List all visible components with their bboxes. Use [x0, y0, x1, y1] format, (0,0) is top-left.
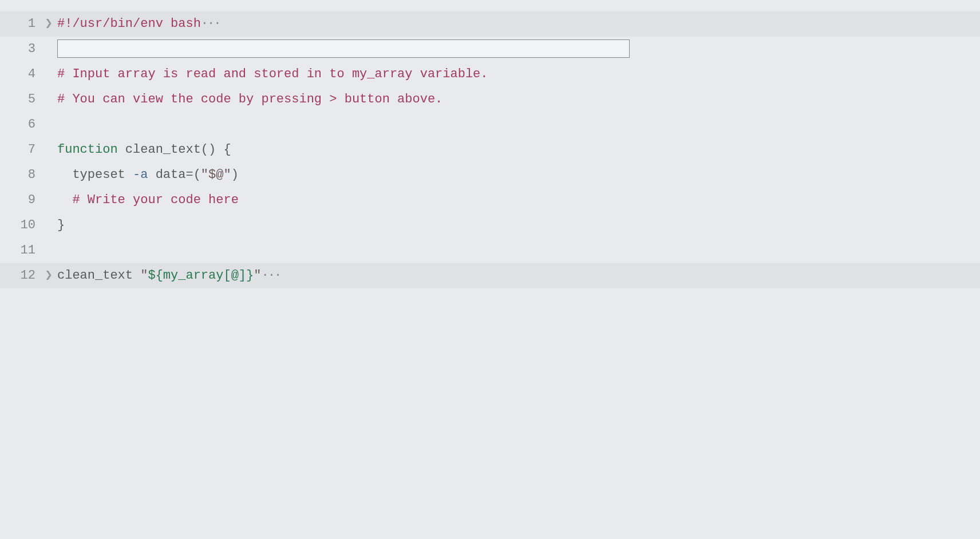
code-content[interactable]: typeset -a data=("$@") [57, 163, 980, 188]
comment-text: # You can view the code by pressing > bu… [57, 92, 442, 106]
code-content[interactable]: #!/usr/bin/env bash··· [57, 11, 980, 37]
line-number: 4 [0, 62, 40, 87]
command-text: typeset [72, 168, 133, 182]
code-line[interactable]: 4 # Input array is read and stored in to… [0, 62, 980, 87]
line-number: 1 [0, 11, 40, 37]
line-number: 6 [0, 112, 40, 137]
code-content[interactable]: function clean_text() { [57, 137, 980, 163]
flag-text: -a [133, 168, 148, 182]
brace-text: } [57, 218, 65, 232]
line-number: 7 [0, 137, 40, 163]
fold-toggle-icon[interactable]: ❯ [40, 263, 57, 288]
line-number: 3 [0, 37, 40, 62]
code-line[interactable]: 9 # Write your code here [0, 188, 980, 213]
function-name-text: clean_text [118, 142, 201, 157]
line-number: 9 [0, 188, 40, 213]
code-line[interactable]: 3 [0, 37, 980, 62]
fold-ellipsis-icon[interactable]: ··· [201, 17, 220, 31]
punct-text: ) [231, 168, 239, 182]
code-line[interactable]: 8 typeset -a data=("$@") [0, 163, 980, 188]
comment-text: # Write your code here [72, 193, 238, 207]
line-number: 10 [0, 213, 40, 238]
code-line[interactable]: 11 [0, 238, 980, 263]
code-content[interactable]: # Write your code here [57, 188, 980, 213]
code-content[interactable]: } [57, 213, 980, 238]
indent [57, 168, 72, 182]
indent [57, 193, 72, 207]
code-line[interactable]: 12 ❯ clean_text "${my_array[@]}"··· [0, 263, 980, 288]
line-number: 11 [0, 238, 40, 263]
code-content[interactable] [57, 37, 980, 62]
code-line[interactable]: 6 [0, 112, 980, 137]
code-line[interactable]: 5 # You can view the code by pressing > … [0, 87, 980, 112]
punct-text: () { [201, 142, 231, 157]
fold-toggle-icon[interactable]: ❯ [40, 11, 57, 37]
code-content[interactable]: clean_text "${my_array[@]}"··· [57, 263, 980, 288]
quote-text: " [254, 268, 261, 283]
code-editor[interactable]: 1 ❯ #!/usr/bin/env bash··· 3 4 # Input a… [0, 11, 980, 288]
code-content[interactable]: # You can view the code by pressing > bu… [57, 87, 980, 112]
quote-text: " [140, 268, 148, 283]
line-number: 5 [0, 87, 40, 112]
code-line[interactable]: 10 } [0, 213, 980, 238]
call-text: clean_text [57, 268, 140, 283]
keyword-text: function [57, 142, 118, 157]
code-content[interactable]: # Input array is read and stored in to m… [57, 62, 980, 87]
string-text: "$@" [201, 168, 231, 182]
code-line[interactable]: 1 ❯ #!/usr/bin/env bash··· [0, 11, 980, 37]
fold-ellipsis-icon[interactable]: ··· [261, 268, 280, 283]
text-cursor-input[interactable] [57, 39, 630, 58]
punct-text: data=( [148, 168, 200, 182]
line-number: 12 [0, 263, 40, 288]
shebang-text: #!/usr/bin/env bash [57, 17, 201, 31]
comment-text: # Input array is read and stored in to m… [57, 67, 488, 81]
code-line[interactable]: 7 function clean_text() { [0, 137, 980, 163]
line-number: 8 [0, 163, 40, 188]
variable-text: ${my_array[@]} [148, 268, 254, 283]
